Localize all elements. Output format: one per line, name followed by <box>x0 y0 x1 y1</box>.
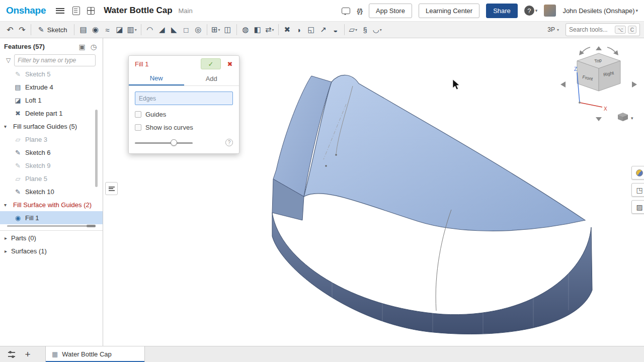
mirror-icon[interactable]: ◫ <box>222 23 234 36</box>
share-button[interactable]: Share <box>486 4 518 18</box>
dialog-help-icon[interactable]: ? <box>225 139 233 146</box>
edges-input[interactable] <box>135 92 233 105</box>
appearance-ball-icon <box>636 169 643 176</box>
iso-curves-checkbox[interactable] <box>135 124 141 131</box>
shell-icon[interactable]: □ <box>180 23 192 36</box>
sweep-icon[interactable]: ≈ <box>101 23 113 36</box>
document-menu-icon[interactable] <box>56 8 64 14</box>
section-view-button[interactable]: ▨ <box>631 200 644 214</box>
comments-icon[interactable] <box>342 8 350 14</box>
iso-curves-checkbox-row[interactable]: Show iso curves <box>135 124 233 131</box>
feature-tree-item[interactable]: ✎Sketch 10 <box>0 185 103 198</box>
turn-left-icon[interactable] <box>560 81 566 87</box>
feature-tree: ✎Sketch 5▤Extrude 4◪Loft 1✖Delete part 1… <box>0 67 103 224</box>
search-tools-box[interactable]: ⌥ C <box>566 23 640 36</box>
rollback-bar[interactable] <box>7 225 96 227</box>
cancel-button[interactable]: ✖ <box>224 58 236 69</box>
named-views-button[interactable]: ◳ <box>631 183 644 197</box>
redo-button[interactable]: ↷ <box>16 23 28 36</box>
curve-icon[interactable]: ◡▾ <box>371 23 383 36</box>
feature-tree-item[interactable]: ✎Sketch 5 <box>0 67 103 80</box>
feature-tree-folder[interactable]: ▾Fill Surface with Guides (2) <box>0 198 103 211</box>
filter-icon: ▽ <box>6 57 11 64</box>
help-icon[interactable]: ? <box>524 6 534 16</box>
history-icon[interactable]: ◷ <box>91 43 97 50</box>
toolbar-divider <box>74 24 74 35</box>
help-menu[interactable]: ? ▾ <box>524 6 538 16</box>
fidelity-slider[interactable] <box>135 142 193 144</box>
view-tools: ◳ ▨ <box>631 166 644 214</box>
surfaces-section[interactable]: ▸ Surfaces (1) <box>0 244 103 257</box>
loft-icon[interactable]: ◪ <box>113 23 125 36</box>
extrude-icon[interactable]: ▤ <box>77 23 89 36</box>
view-cube-icon: ◳ <box>636 186 642 194</box>
chamfer-icon[interactable]: ◢ <box>156 23 168 36</box>
features-panel-header: Features (57) ▣ ◷ <box>0 38 103 52</box>
top-bar: Onshape Water Bottle Cap Main {/} App St… <box>0 0 644 21</box>
featurescript-icon[interactable]: {/} <box>357 7 362 15</box>
view-cube[interactable]: Top Front Right Z X ▾ <box>560 46 637 121</box>
new-document-icon[interactable] <box>87 7 95 15</box>
guides-checkbox[interactable] <box>135 111 141 118</box>
parts-section[interactable]: ▸ Parts (0) <box>0 231 103 244</box>
workspace-name[interactable]: Main <box>179 7 193 15</box>
feature-tree-item[interactable]: ▱Plane 3 <box>0 133 103 146</box>
fillet-icon[interactable]: ◠ <box>144 23 156 36</box>
draft-icon[interactable]: ◣ <box>168 23 180 36</box>
feature-tree-item[interactable]: ✖Delete part 1 <box>0 107 103 120</box>
feature-tree-item[interactable]: ◪Loft 1 <box>0 94 103 107</box>
chevron-down-icon: ▾ <box>355 28 357 32</box>
tab-add[interactable]: Add <box>184 72 239 85</box>
insert-here-icon[interactable]: ▣ <box>79 43 86 50</box>
document-panel-icon[interactable] <box>72 7 80 15</box>
chevron-down-icon[interactable]: ▾ <box>631 116 633 121</box>
search-tools-input[interactable] <box>569 26 613 33</box>
learning-center-button[interactable]: Learning Center <box>419 4 479 18</box>
linear-pattern-icon[interactable]: ⊞▾ <box>210 23 222 36</box>
move-face-icon[interactable]: ↗ <box>317 23 330 36</box>
fidelity-slider-knob[interactable] <box>171 139 177 146</box>
offset-surface-icon[interactable]: ◒ <box>330 23 342 36</box>
feature-filter-input[interactable] <box>14 54 96 66</box>
feature-tree-item[interactable]: ◉Fill 1 <box>0 211 103 224</box>
sketch-button[interactable]: ✎ Sketch <box>34 23 71 36</box>
thicken-icon[interactable]: ▥▾ <box>125 23 138 36</box>
transform-icon[interactable]: ⇄▾ <box>264 23 276 36</box>
split-icon[interactable]: ◧ <box>252 23 264 36</box>
feature-label: Fill Surface with Guides (2) <box>13 201 92 209</box>
tab-manager-button[interactable] <box>5 348 18 361</box>
custom-features-button[interactable]: 3P ▾ <box>544 23 562 36</box>
hole-icon[interactable]: ◎ <box>192 23 204 36</box>
user-menu[interactable]: John Desilets (Onshape) ▾ <box>562 7 638 15</box>
undo-button[interactable]: ↶ <box>4 23 16 36</box>
appearance-button[interactable] <box>631 166 644 179</box>
fill-surface[interactable] <box>304 75 585 231</box>
new-tab-button[interactable]: + <box>21 348 34 361</box>
tilt-up-icon[interactable] <box>596 46 602 50</box>
delete-part-icon[interactable]: ✖ <box>281 23 293 36</box>
feature-dialog-flyout-handle[interactable] <box>105 182 118 195</box>
tab-water-bottle-cap[interactable]: ▦ Water Bottle Cap <box>45 346 145 362</box>
helix-icon[interactable]: § <box>359 23 371 36</box>
fill-dialog-header[interactable]: Fill 1 ✓ ✖ <box>129 56 239 72</box>
feature-tree-item[interactable]: ✎Sketch 6 <box>0 146 103 159</box>
confirm-button[interactable]: ✓ <box>201 58 221 69</box>
onshape-logo[interactable]: Onshape <box>6 5 46 16</box>
feature-tree-item[interactable]: ✎Sketch 9 <box>0 159 103 172</box>
boolean-icon[interactable]: ◍ <box>239 23 252 36</box>
feature-tree-item[interactable]: ▱Plane 5 <box>0 172 103 185</box>
plane-icon[interactable]: ▱▾ <box>347 23 359 36</box>
guides-checkbox-row[interactable]: Guides <box>135 111 233 118</box>
app-store-button[interactable]: App Store <box>369 4 412 18</box>
feature-tree-folder[interactable]: ▾Fill surface Guides (5) <box>0 120 103 133</box>
tilt-down-icon[interactable] <box>596 117 602 121</box>
modify-fillet-icon[interactable]: ◗ <box>293 23 305 36</box>
delete-face-icon[interactable]: ◱ <box>305 23 317 36</box>
revolve-icon[interactable]: ◉ <box>89 23 101 36</box>
turn-right-icon[interactable] <box>632 81 637 87</box>
user-avatar[interactable] <box>544 5 556 17</box>
feature-tree-item[interactable]: ▤Extrude 4 <box>0 80 103 94</box>
tab-new[interactable]: New <box>129 72 184 85</box>
fill-dialog: Fill 1 ✓ ✖ New Add Guides Show iso curve… <box>128 55 239 154</box>
feature-list-scrollbar[interactable] <box>95 110 98 187</box>
